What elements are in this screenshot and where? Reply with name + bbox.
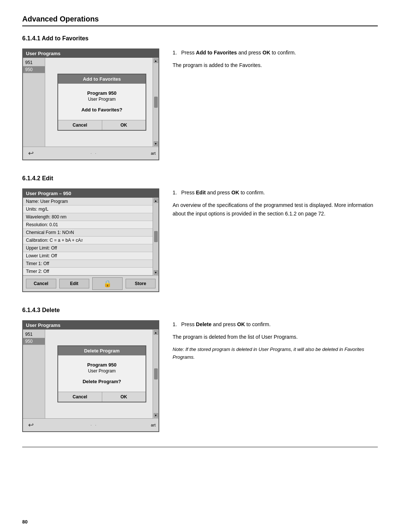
scroll-thumb <box>154 97 158 108</box>
delete-bottom-dots: · · <box>90 423 96 427</box>
edit-row-0[interactable]: Name: User Program <box>23 198 153 205</box>
add-favorites-dialog: Add to Favorites Program 950 User Progra… <box>57 74 146 131</box>
section-edit-heading: 6.1.4.2 Edit <box>22 175 378 182</box>
page-number: 80 <box>22 519 27 525</box>
delete-program-name: Program 950 <box>64 362 140 368</box>
delete-device-screen: User Programs 951 950 <box>22 320 159 432</box>
bottom-divider <box>22 447 378 447</box>
edit-step1: 1. Press Edit and press OK to confirm. <box>173 188 378 197</box>
page-title: Advanced Operations <box>22 15 378 23</box>
delete-sidebar-item-951[interactable]: 951 <box>23 331 45 338</box>
edit-table-wrapper: Name: User Program Units: mg/L Wavelengt… <box>23 198 159 275</box>
delete-step2: The program is deleted from the list of … <box>173 333 378 341</box>
sidebar-item-951[interactable]: 951 <box>23 59 45 66</box>
edit-row-6[interactable]: Upper Limit: Off <box>23 244 153 252</box>
section-delete: 6.1.4.3 Delete User Programs 951 950 <box>22 307 378 432</box>
title-divider <box>22 26 378 26</box>
edit-scrollbar: ▲ ▼ <box>153 198 159 275</box>
edit-row-3[interactable]: Resolution: 0.01 <box>23 221 153 229</box>
add-favorites-scrollbar: ▲ ▼ <box>153 58 159 147</box>
edit-row-2[interactable]: Wavelength: 800 nm <box>23 213 153 221</box>
delete-sidebar: 951 950 <box>23 329 45 418</box>
add-favorites-button-bar: ↩ · · art <box>23 147 159 160</box>
add-favorites-step1: 1. Press Add to Favorites and press OK t… <box>173 48 378 57</box>
delete-list-title: User Programs <box>23 321 159 329</box>
add-favorites-dialog-buttons: Cancel OK <box>58 120 146 130</box>
section-add-favorites: 6.1.4.1 Add to Favorites User Programs 9… <box>22 35 378 160</box>
delete-button-bar: ↩ · · art <box>23 418 159 431</box>
edit-description: 1. Press Edit and press OK to confirm. A… <box>173 188 378 222</box>
scroll-up-arrow[interactable]: ▲ <box>154 58 158 63</box>
delete-scrollbar: ▲ ▼ <box>153 329 159 418</box>
delete-scroll-thumb <box>154 368 158 379</box>
add-favorites-description: 1. Press Add to Favorites and press OK t… <box>173 48 378 74</box>
edit-store-btn[interactable]: Store <box>126 279 156 288</box>
bottom-bar-dots: · · <box>90 151 96 155</box>
add-favorites-step2: The program is added to the Favorites. <box>173 61 378 69</box>
delete-dialog-buttons: Cancel OK <box>58 392 146 402</box>
section-edit-content: User Program – 950 Name: User Program Un… <box>22 188 378 292</box>
add-favorites-program-type: User Program <box>64 97 140 102</box>
edit-edit-btn[interactable]: Edit <box>59 279 90 288</box>
bottom-bar-start: art <box>151 151 156 155</box>
delete-dialog: Delete Program Program 950 User Program … <box>57 345 146 402</box>
scroll-down-arrow[interactable]: ▼ <box>154 141 158 146</box>
add-favorites-dialog-title: Add to Favorites <box>58 74 146 84</box>
delete-dialog-area: Delete Program Program 950 User Program … <box>45 329 159 418</box>
delete-back-button[interactable]: ↩ <box>26 420 36 430</box>
delete-description: 1. Press Delete and press OK to confirm.… <box>173 320 378 365</box>
edit-row-7[interactable]: Lower Limit: Off <box>23 252 153 260</box>
edit-row-5[interactable]: Calibration: C = a + bA + cA2 <box>23 237 153 244</box>
edit-row-1[interactable]: Units: mg/L <box>23 205 153 213</box>
delete-question: Delete Program? <box>64 379 140 384</box>
edit-row-8[interactable]: Timer 1: Off <box>23 260 153 268</box>
edit-scroll-up[interactable]: ▲ <box>154 198 158 203</box>
add-favorites-list-title: User Programs <box>23 49 159 58</box>
edit-device-screen: User Program – 950 Name: User Program Un… <box>22 188 159 292</box>
edit-button-bar: Cancel Edit 🔒 Store <box>23 275 159 291</box>
delete-bottom-start: art <box>151 423 156 427</box>
section-edit: 6.1.4.2 Edit User Program – 950 Name: Us… <box>22 175 378 292</box>
delete-cancel-btn[interactable]: Cancel <box>58 392 102 402</box>
delete-ok-btn[interactable]: OK <box>102 392 146 402</box>
section-delete-heading: 6.1.4.3 Delete <box>22 307 378 314</box>
sidebar-item-950[interactable]: 950 <box>23 66 45 73</box>
delete-step1: 1. Press Delete and press OK to confirm. <box>173 320 378 328</box>
delete-scroll-down[interactable]: ▼ <box>154 413 158 418</box>
edit-scroll-thumb <box>154 231 158 242</box>
lock-icon: 🔒 <box>103 280 111 288</box>
delete-dialog-body: Program 950 User Program Delete Program? <box>58 355 146 392</box>
edit-screen-title: User Program – 950 <box>23 189 159 198</box>
edit-cancel-btn[interactable]: Cancel <box>26 279 56 288</box>
add-favorites-device-screen: User Programs 951 950 <box>22 48 159 160</box>
delete-note: Note: If the stored program is deleted i… <box>173 346 378 361</box>
edit-step2: An overview of the specifications of the… <box>173 201 378 218</box>
section-add-favorites-heading: 6.1.4.1 Add to Favorites <box>22 35 378 42</box>
edit-row-9[interactable]: Timer 2: Off <box>23 268 153 275</box>
add-favorites-sidebar: 951 950 <box>23 58 45 147</box>
add-favorites-question: Add to Favorites? <box>64 107 140 113</box>
add-favorites-ok-btn[interactable]: OK <box>102 120 146 130</box>
section-add-favorites-content: User Programs 951 950 <box>22 48 378 160</box>
delete-sidebar-item-950[interactable]: 950 <box>23 338 45 345</box>
delete-scroll-up[interactable]: ▲ <box>154 330 158 335</box>
section-delete-content: User Programs 951 950 <box>22 320 378 432</box>
add-favorites-cancel-btn[interactable]: Cancel <box>58 120 102 130</box>
add-favorites-list-screen: 951 950 Add to Favorites <box>23 58 159 147</box>
delete-program-type: User Program <box>64 368 140 374</box>
edit-row-4[interactable]: Chemical Form 1: NO3N <box>23 229 153 237</box>
edit-scroll-down[interactable]: ▼ <box>154 270 158 275</box>
edit-lock-btn[interactable]: 🔒 <box>92 277 123 290</box>
add-favorites-program-name: Program 950 <box>64 90 140 96</box>
delete-dialog-title: Delete Program <box>58 346 146 355</box>
edit-table-rows: Name: User Program Units: mg/L Wavelengt… <box>23 198 153 275</box>
delete-list-screen: 951 950 Delete Program Program 950 <box>23 329 159 418</box>
back-button[interactable]: ↩ <box>26 148 36 158</box>
add-favorites-dialog-body: Program 950 User Program Add to Favorite… <box>58 84 146 120</box>
